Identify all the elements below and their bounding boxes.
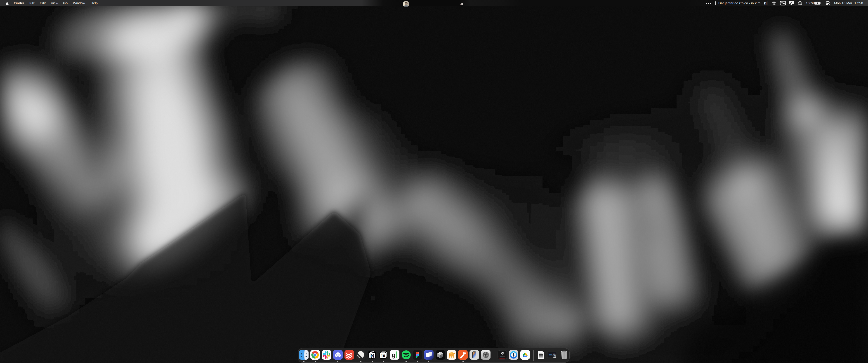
svg-text:raycast: raycast (500, 355, 504, 357)
svg-text:g: g (392, 352, 396, 359)
svg-text:10: 10 (381, 354, 385, 358)
svg-text:11: 11 (554, 355, 555, 357)
svg-text:N: N (371, 353, 374, 359)
